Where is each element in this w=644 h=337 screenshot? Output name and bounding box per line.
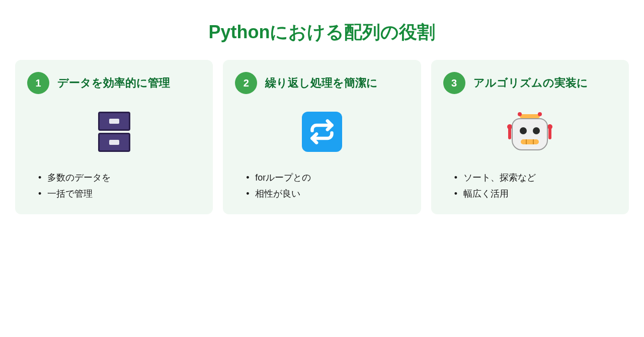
card-header: 2 繰り返し処理を簡潔に [235, 72, 409, 94]
icon-container [235, 109, 409, 154]
cabinet-icon [98, 112, 130, 152]
icon-container [27, 109, 201, 154]
list-item: forループとの [255, 170, 409, 186]
list-item: 幅広く活用 [463, 186, 617, 202]
bullet-list: ソート、探索など 幅広く活用 [443, 170, 617, 202]
card-title: アルゴリズムの実装に [473, 75, 588, 91]
list-item: 多数のデータを [47, 170, 201, 186]
card-title: データを効率的に管理 [57, 75, 170, 91]
bullet-list: 多数のデータを 一括で管理 [27, 170, 201, 202]
number-badge: 1 [27, 72, 49, 94]
card-algorithm: 3 アルゴリズムの実装に ソート、探索など 幅広く活用 [431, 60, 629, 214]
page-title: Pythonにおける配列の役割 [10, 20, 634, 45]
robot-icon [507, 109, 552, 154]
card-loop-processing: 2 繰り返し処理を簡潔に forループとの 相性が良い [223, 60, 421, 214]
card-header: 1 データを効率的に管理 [27, 72, 201, 94]
list-item: ソート、探索など [463, 170, 617, 186]
list-item: 一括で管理 [47, 186, 201, 202]
list-item: 相性が良い [255, 186, 409, 202]
card-data-management: 1 データを効率的に管理 多数のデータを 一括で管理 [15, 60, 213, 214]
card-title: 繰り返し処理を簡潔に [265, 75, 378, 91]
bullet-list: forループとの 相性が良い [235, 170, 409, 202]
icon-container [443, 109, 617, 154]
number-badge: 2 [235, 72, 257, 94]
card-header: 3 アルゴリズムの実装に [443, 72, 617, 94]
cards-container: 1 データを効率的に管理 多数のデータを 一括で管理 2 繰り返し処理を簡潔に [10, 60, 634, 214]
number-badge: 3 [443, 72, 465, 94]
repeat-icon [302, 112, 342, 152]
